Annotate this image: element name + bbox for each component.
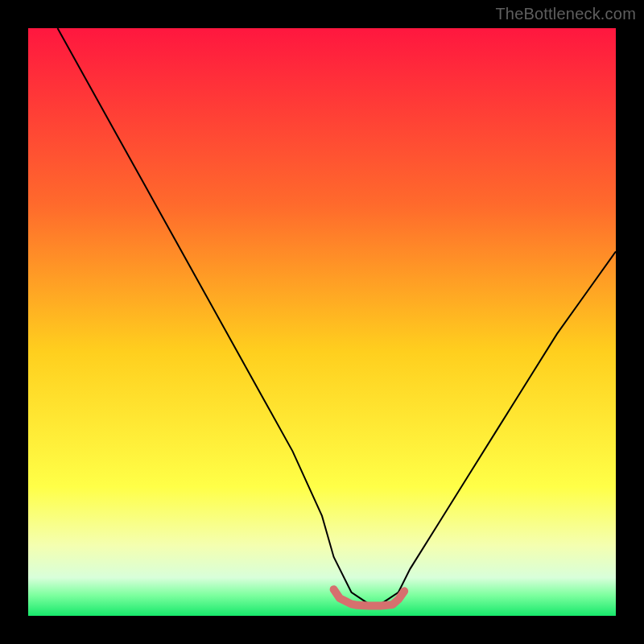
chart-container: TheBottleneck.com [0,0,644,644]
watermark-text: TheBottleneck.com [495,5,636,23]
plot-svg [28,28,616,616]
gradient-background [28,28,616,616]
